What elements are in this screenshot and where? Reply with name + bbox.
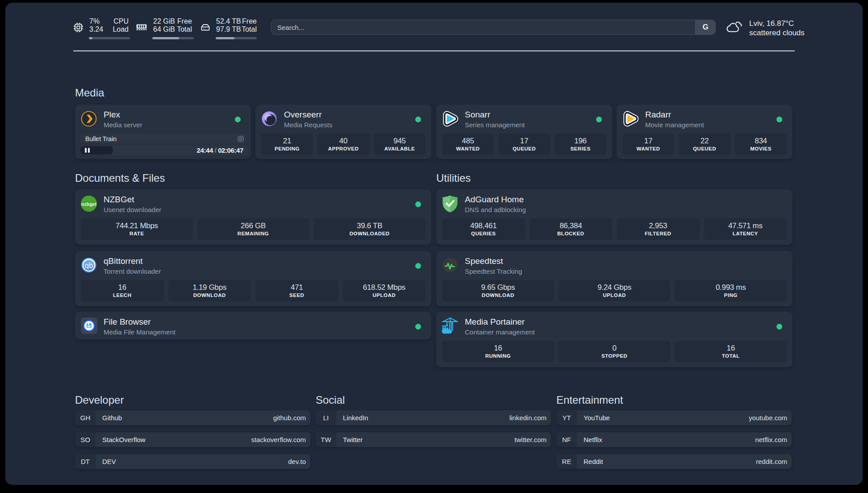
svg-text:nzbget: nzbget [81, 201, 96, 207]
svg-text:qb: qb [85, 261, 93, 269]
